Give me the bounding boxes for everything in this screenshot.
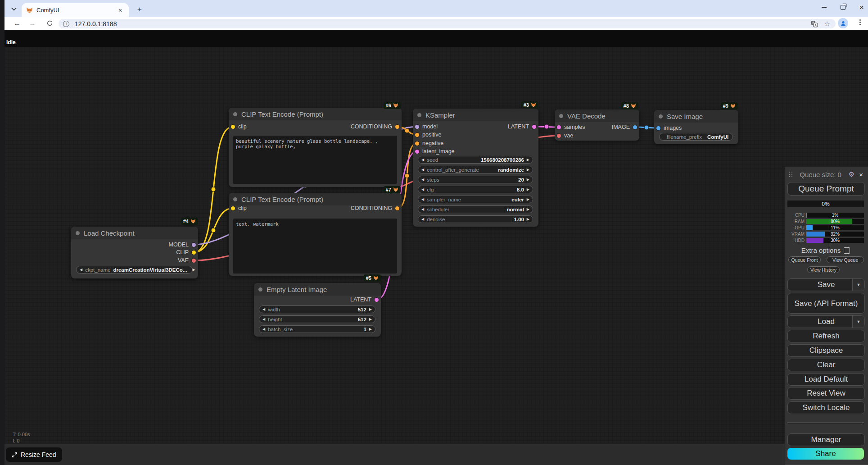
reset-view-button[interactable]: Reset View [787, 387, 865, 400]
widget-right-arrow-icon[interactable]: ▶ [527, 197, 529, 201]
input-dot-clip[interactable] [231, 125, 235, 129]
profile-avatar[interactable] [838, 18, 848, 28]
widget-right-arrow-icon[interactable]: ▶ [527, 207, 529, 211]
load-button[interactable]: Load▼ [787, 315, 865, 328]
reload-button[interactable] [44, 18, 55, 29]
queue-prompt-button[interactable]: Queue Prompt [787, 182, 865, 196]
input-dot-clip[interactable] [231, 206, 235, 210]
output-dot-clip[interactable] [192, 251, 196, 255]
input-dot-negative[interactable] [415, 141, 419, 146]
node-vae-decode-8[interactable]: VAE DecodesamplesvaeIMAGE [555, 109, 639, 141]
save-api-button[interactable]: Save (API Format) [787, 293, 865, 314]
widget-right-arrow-icon[interactable]: ▶ [527, 158, 529, 162]
widget-sampler-name[interactable]: ◀sampler_nameeuler▶ [418, 196, 533, 203]
clipspace-button[interactable]: Clipspace [787, 344, 865, 357]
node-empty-latent-image-5[interactable]: Empty Latent ImageLATENT◀width512▶◀heigh… [254, 283, 381, 337]
widget-right-arrow-icon[interactable]: ▶ [527, 217, 529, 221]
input-dot-samples[interactable] [557, 125, 561, 129]
settings-gear-icon[interactable]: ⚙ [849, 170, 854, 178]
clear-button[interactable]: Clear [787, 359, 865, 371]
load-dropdown-icon[interactable]: ▼ [852, 316, 864, 328]
widget-right-arrow-icon[interactable]: ▶ [369, 317, 372, 321]
collapse-dot-icon[interactable] [76, 231, 80, 235]
switch-locale-button[interactable]: Switch Locale [787, 401, 865, 414]
save-dropdown-icon[interactable]: ▼ [852, 279, 864, 291]
tab-close-icon[interactable]: × [116, 6, 124, 14]
url-text[interactable]: 127.0.0.1:8188 [75, 20, 811, 27]
node-save-image-9[interactable]: Save Imageimagesfilename_prefixComfyUI [654, 110, 738, 144]
widget-left-arrow-icon[interactable]: ◀ [262, 317, 265, 321]
prompt-textarea[interactable]: text, watermark [233, 219, 397, 274]
share-button[interactable]: Share [787, 448, 864, 460]
widget-height[interactable]: ◀height512▶ [259, 315, 375, 323]
menu-drag-handle[interactable] [789, 172, 793, 178]
input-dot-model[interactable] [415, 125, 419, 129]
menu-close-icon[interactable]: × [859, 171, 863, 178]
widget-left-arrow-icon[interactable]: ◀ [421, 217, 424, 221]
browser-tab[interactable]: ComfyUI × [22, 3, 129, 17]
bookmark-star-icon[interactable]: ☆ [824, 20, 830, 28]
widget-scheduler[interactable]: ◀schedulernormal▶ [418, 205, 533, 213]
widget-steps[interactable]: ◀steps20▶ [418, 176, 533, 183]
widget-seed[interactable]: ◀seed156680208700286▶ [418, 156, 533, 164]
widget-left-arrow-icon[interactable]: ◀ [421, 178, 424, 182]
browser-menu-icon[interactable] [859, 19, 861, 25]
collapse-dot-icon[interactable] [417, 113, 421, 117]
widget-ckpt-name[interactable]: ◀ckpt_namedreamCreationVirtual3DECo...▶ [76, 266, 193, 274]
output-dot-conditioning[interactable] [395, 206, 399, 210]
widget-left-arrow-icon[interactable]: ◀ [421, 168, 424, 172]
prompt-textarea[interactable]: beautiful scenery nature glass bottle la… [233, 136, 397, 184]
queue-front-button[interactable]: Queue Front [788, 256, 821, 263]
new-tab-button[interactable]: + [134, 5, 145, 15]
input-dot-positive[interactable] [415, 133, 419, 137]
widget-left-arrow-icon[interactable]: ◀ [421, 187, 424, 191]
collapse-dot-icon[interactable] [258, 287, 262, 292]
widget-control-after-generate[interactable]: ◀control_after_generaterandomize▶ [418, 166, 533, 173]
widget-left-arrow-icon[interactable]: ◀ [80, 268, 82, 272]
manager-button[interactable]: Manager [787, 433, 865, 446]
extra-options-checkbox[interactable] [844, 247, 850, 254]
resize-feed-button[interactable]: Resize Feed [6, 447, 62, 462]
widget-denoise[interactable]: ◀denoise1.00▶ [418, 215, 533, 223]
node-ksampler-3[interactable]: KSamplermodelpositivenegativelatent_imag… [413, 109, 538, 227]
output-dot-image[interactable] [633, 125, 637, 129]
window-close-button[interactable]: × [858, 4, 865, 11]
node-title-bar[interactable]: CLIP Text Encode (Prompt) [229, 193, 402, 205]
widget-left-arrow-icon[interactable]: ◀ [421, 207, 424, 211]
view-history-button[interactable]: View History [807, 266, 840, 273]
widget-right-arrow-icon[interactable]: ▶ [527, 187, 529, 191]
node-title-bar[interactable]: CLIP Text Encode (Prompt) [229, 108, 402, 120]
load-default-button[interactable]: Load Default [787, 373, 865, 386]
output-dot-latent[interactable] [532, 125, 536, 129]
collapse-dot-icon[interactable] [659, 114, 663, 119]
output-dot-latent[interactable] [375, 298, 379, 302]
address-bar[interactable]: i 127.0.0.1:8188 ☆ [59, 19, 836, 28]
widget-left-arrow-icon[interactable]: ◀ [262, 307, 265, 311]
tab-search-chevron-icon[interactable] [8, 4, 20, 14]
save-button[interactable]: Save▼ [787, 278, 865, 291]
widget-batch-size[interactable]: ◀batch_size1▶ [259, 325, 375, 333]
widget-right-arrow-icon[interactable]: ▶ [527, 178, 529, 182]
widget-right-arrow-icon[interactable]: ▶ [369, 327, 372, 331]
back-button[interactable]: ← [12, 18, 23, 29]
input-dot-images[interactable] [656, 126, 660, 130]
refresh-button[interactable]: Refresh [787, 330, 865, 342]
node-clip-text-encode-prompt-6[interactable]: CLIP Text Encode (Prompt)clipCONDITIONIN… [229, 108, 402, 187]
node-title-bar[interactable]: Empty Latent Image [254, 283, 381, 296]
widget-right-arrow-icon[interactable]: ▶ [192, 268, 195, 272]
widget-width[interactable]: ◀width512▶ [259, 305, 375, 313]
collapse-dot-icon[interactable] [559, 114, 563, 118]
collapse-dot-icon[interactable] [233, 112, 237, 116]
translate-icon[interactable] [811, 20, 818, 27]
view-queue-button[interactable]: View Queue [827, 256, 864, 263]
collapse-dot-icon[interactable] [233, 197, 237, 201]
node-title-bar[interactable]: VAE Decode [555, 109, 639, 122]
node-title-bar[interactable]: Load Checkpoint [71, 227, 198, 239]
output-dot-model[interactable] [192, 243, 196, 247]
widget-filename-prefix[interactable]: filename_prefixComfyUI [659, 133, 733, 141]
node-title-bar[interactable]: Save Image [654, 110, 738, 123]
widget-right-arrow-icon[interactable]: ▶ [527, 168, 529, 172]
window-restore-button[interactable] [839, 4, 846, 11]
input-dot-latent-image[interactable] [415, 150, 419, 154]
node-load-checkpoint-4[interactable]: Load CheckpointMODELCLIPVAE◀ckpt_namedre… [71, 227, 198, 278]
